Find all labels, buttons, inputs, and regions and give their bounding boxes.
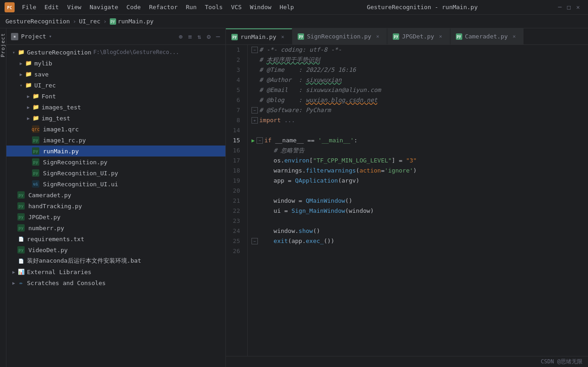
root-arrow: ▾ <box>10 50 17 55</box>
tree-item-image1-qrc[interactable]: qrc image1.qrc <box>6 124 225 135</box>
img-test-arrow: ▶ <box>25 116 32 121</box>
tree-item-external-libs[interactable]: ▶ 📊 External Libraries <box>6 266 225 277</box>
tree-item-jpgdet[interactable]: py JPGDet.py <box>6 211 225 222</box>
code-line-3-text: # @Time : 2022/2/5 16:16 <box>259 65 356 75</box>
tree-item-signrec-ui-py[interactable]: py SignRecognition_UI.py <box>6 167 225 178</box>
collapse-all-button[interactable]: ≡ <box>187 32 192 41</box>
expand-button[interactable]: ⇅ <box>197 32 202 41</box>
signrec-ui-icon: ui <box>32 180 39 188</box>
tree-item-scratches[interactable]: ▶ ✏ Scratches and Consoles <box>6 277 225 288</box>
cameradet-py-icon: py <box>17 191 25 199</box>
tab-cameradet-close[interactable]: ✕ <box>511 33 518 40</box>
code-content[interactable]: − # -*- coding: utf-8 -*- # 本程序用于手势识别 # … <box>248 45 588 356</box>
fold-btn-8[interactable]: + <box>251 117 258 124</box>
tree-item-requirements[interactable]: 📄 requirements.txt <box>6 233 225 244</box>
tab-signrec[interactable]: py SignRecognition.py ✕ <box>292 28 387 44</box>
signrec-label: SignRecognition.py <box>43 159 107 166</box>
menu-run[interactable]: Run <box>182 2 200 12</box>
fold-btn-15[interactable]: − <box>257 137 263 144</box>
tree-item-numberr[interactable]: py numberr.py <box>6 222 225 233</box>
tree-item-font[interactable]: ▶ 📁 Font <box>6 91 225 102</box>
signrec-ui-label: SignRecognition_UI.ui <box>43 181 118 188</box>
tree-item-cameradet[interactable]: py Cameradet.py <box>6 189 225 200</box>
locate-file-button[interactable]: ⊕ <box>178 32 183 41</box>
tab-jpgdet-close[interactable]: ✕ <box>437 33 444 40</box>
menu-file[interactable]: File <box>18 2 40 12</box>
fold-btn-25[interactable]: − <box>251 238 258 244</box>
minimize-button[interactable]: ─ <box>558 4 562 11</box>
breadcrumb-ui-rec[interactable]: UI_rec <box>79 18 101 25</box>
menu-navigate[interactable]: Navigate <box>86 2 122 12</box>
tree-item-signrec[interactable]: py SignRecognition.py <box>6 157 225 167</box>
tab-cameradet[interactable]: py Cameradet.py ✕ <box>450 28 524 44</box>
hide-panel-button[interactable]: ─ <box>215 32 221 41</box>
scratches-arrow: ▶ <box>10 281 17 286</box>
jpgdet-py-icon: py <box>17 213 25 221</box>
tree-item-mylib[interactable]: ▶ 📁 mylib <box>6 58 225 69</box>
menu-help[interactable]: Help <box>276 2 298 12</box>
tree-item-image1-rc[interactable]: py image1_rc.py <box>6 135 225 146</box>
panel-actions: ⊕ ≡ ⇅ ⚙ ─ <box>178 32 221 41</box>
ln-1: 1 <box>226 45 244 55</box>
numberr-py-icon: py <box>17 224 25 232</box>
ln-14: 14 <box>226 125 244 135</box>
run-arrow-icon[interactable]: ▶ <box>251 135 255 146</box>
panel-dropdown[interactable]: ▾ <box>49 33 52 39</box>
breadcrumb-sep-1: › <box>73 18 76 25</box>
images-test-label: images_test <box>42 104 81 111</box>
menu-code[interactable]: Code <box>123 2 144 12</box>
breadcrumb-project[interactable]: GestureRecognition <box>5 18 70 25</box>
save-label: save <box>34 71 48 78</box>
tree-item-signrec-ui[interactable]: ui SignRecognition_UI.ui <box>6 178 225 189</box>
tab-runmain[interactable]: py runMain.py ✕ <box>226 28 292 44</box>
ln-23: 23 <box>226 216 244 226</box>
ln-19: 19 <box>226 176 244 186</box>
external-libs-arrow: ▶ <box>10 270 17 275</box>
fold-btn-7[interactable]: − <box>251 107 258 113</box>
root-path: F:\BlogCode\GestureReco... <box>93 49 179 55</box>
qrc-icon: qrc <box>32 125 39 133</box>
code-line-8: + import ... <box>251 115 584 125</box>
editor-area: py runMain.py ✕ py SignRecognition.py ✕ … <box>226 28 588 367</box>
root-folder-icon: 📁 <box>17 49 25 56</box>
external-libs-label: External Libraries <box>27 269 91 275</box>
tree-root[interactable]: ▾ 📁 GestureRecognition F:\BlogCode\Gestu… <box>6 47 225 58</box>
settings-button[interactable]: ⚙ <box>206 32 211 41</box>
code-line-15: ▶ − if __name__ == '__main__': <box>251 135 584 146</box>
tab-runmain-close[interactable]: ✕ <box>279 33 286 41</box>
code-line-20 <box>251 186 584 196</box>
fold-btn-1[interactable]: − <box>251 47 258 53</box>
menu-vcs[interactable]: VCS <box>227 2 245 12</box>
code-line-3: # @Time : 2022/2/5 16:16 <box>251 65 584 75</box>
tree-view[interactable]: ▾ 📁 GestureRecognition F:\BlogCode\Gestu… <box>6 45 225 367</box>
scratches-label: Scratches and Consoles <box>27 280 106 286</box>
menu-view[interactable]: View <box>64 2 85 12</box>
img-test-label: img_test <box>42 115 70 122</box>
tree-item-ui-rec[interactable]: ▾ 📁 UI_rec <box>6 80 225 91</box>
svg-text:PC: PC <box>7 5 12 10</box>
save-arrow: ▶ <box>17 72 25 77</box>
menu-edit[interactable]: Edit <box>41 2 62 12</box>
tree-item-handtracking[interactable]: py handTracking.py <box>6 200 225 211</box>
images-test-arrow: ▶ <box>25 105 32 110</box>
close-button[interactable]: ✕ <box>576 4 580 11</box>
tree-item-runmain[interactable]: py runMain.py <box>6 146 225 157</box>
runmain-label: runMain.py <box>43 148 79 155</box>
tree-item-img-test[interactable]: ▶ 📁 img_test <box>6 113 225 124</box>
signrec-py-icon: py <box>32 158 39 166</box>
ln-4: 4 <box>226 75 244 85</box>
requirements-label: requirements.txt <box>27 236 84 243</box>
tree-item-save[interactable]: ▶ 📁 save <box>6 69 225 80</box>
menu-tools[interactable]: Tools <box>201 2 226 12</box>
code-editor[interactable]: 1 2 3 4 5 6 7 8 14 15 16 17 18 19 20 21 … <box>226 45 588 356</box>
tree-item-videodet[interactable]: py VideoDet.py <box>6 244 225 255</box>
tree-item-images-test[interactable]: ▶ 📁 images_test <box>6 102 225 113</box>
tree-item-bat[interactable]: 📄 装好anaconda后运行本文件安装环境.bat <box>6 255 225 266</box>
image1-qrc-label: image1.qrc <box>43 126 79 133</box>
maximize-button[interactable]: □ <box>567 4 571 11</box>
menu-window[interactable]: Window <box>246 2 275 12</box>
tab-signrec-close[interactable]: ✕ <box>374 33 381 40</box>
ui-rec-folder-icon: 📁 <box>25 81 32 89</box>
tab-jpgdet[interactable]: py JPGDet.py ✕ <box>387 28 450 44</box>
menu-refactor[interactable]: Refactor <box>145 2 182 12</box>
